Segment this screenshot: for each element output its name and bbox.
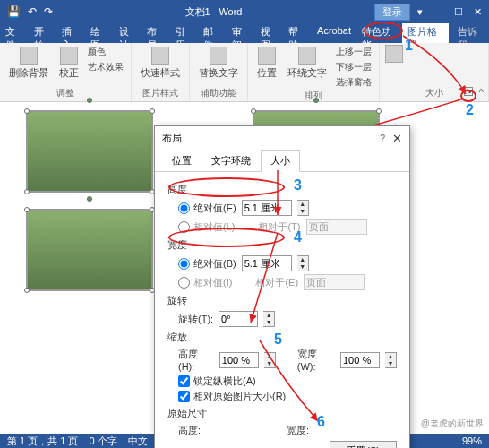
width-absolute-input[interactable] bbox=[242, 255, 292, 271]
height-relative-combo bbox=[306, 219, 367, 235]
width-absolute-radio[interactable]: 绝对值(B) bbox=[178, 257, 236, 271]
corrections-button[interactable]: 校正 bbox=[56, 45, 82, 82]
picture-1[interactable] bbox=[27, 111, 152, 192]
tab-special[interactable]: 特色功能 bbox=[356, 23, 402, 43]
collapse-ribbon-icon[interactable]: ^ bbox=[479, 87, 484, 98]
scale-h-spinner[interactable]: ▲▼ bbox=[264, 352, 276, 368]
rotate-input[interactable] bbox=[219, 311, 258, 327]
dialog-tab-position[interactable]: 位置 bbox=[162, 150, 202, 172]
relative-original-checkbox[interactable]: 相对原始图片大小(R) bbox=[167, 390, 397, 403]
position-button[interactable]: 位置 bbox=[253, 45, 280, 90]
document-title: 文档1 - Word bbox=[53, 5, 374, 19]
height-spinner[interactable]: ▲▼ bbox=[297, 200, 309, 216]
crop-button[interactable] bbox=[385, 45, 403, 63]
orig-height-label: 高度: bbox=[178, 424, 201, 437]
tab-review[interactable]: 审阅 bbox=[227, 23, 255, 43]
scale-height-label: 高度(H): bbox=[178, 348, 214, 372]
color-button[interactable]: 颜色 bbox=[86, 45, 125, 59]
height-relative-radio[interactable]: 相对值(L) bbox=[178, 220, 235, 234]
reset-button[interactable]: 重置(S) bbox=[330, 441, 397, 448]
tab-help[interactable]: 帮助 bbox=[283, 23, 312, 43]
width-relative-radio[interactable]: 相对值(I) bbox=[178, 276, 232, 289]
language-status[interactable]: 中文 bbox=[128, 435, 148, 448]
tab-home[interactable]: 开始 bbox=[29, 23, 57, 43]
scale-height-input[interactable] bbox=[219, 352, 259, 368]
save-icon[interactable]: 💾 bbox=[7, 5, 21, 18]
close-icon[interactable]: ✕ bbox=[474, 6, 482, 18]
remove-background-button[interactable]: 删除背景 bbox=[5, 45, 52, 82]
original-size-label: 原始尺寸 bbox=[167, 407, 397, 420]
lock-aspect-checkbox[interactable]: 锁定纵横比(A) bbox=[167, 375, 397, 388]
zoom-level[interactable]: 99% bbox=[462, 435, 482, 446]
tab-mailings[interactable]: 邮件 bbox=[198, 23, 227, 43]
tab-layout[interactable]: 布局 bbox=[142, 23, 170, 43]
size-dialog-launcher[interactable]: ↘ bbox=[464, 87, 473, 96]
ribbon: 删除背景 校正 颜色 艺术效果 调整 快速样式 图片样式 替换文字 辅助功能 位… bbox=[0, 43, 489, 102]
tab-design[interactable]: 设计 bbox=[114, 23, 142, 43]
undo-icon[interactable]: ↶ bbox=[28, 5, 37, 18]
height-section-label: 高度 bbox=[167, 183, 397, 196]
selection-pane-button[interactable]: 选择窗格 bbox=[334, 75, 373, 90]
scale-width-input[interactable] bbox=[340, 352, 380, 368]
group-accessibility-label: 辅助功能 bbox=[195, 87, 242, 99]
artistic-effects-button[interactable]: 艺术效果 bbox=[86, 60, 125, 74]
rotate-spinner[interactable]: ▲▼ bbox=[263, 311, 275, 327]
dialog-tab-wrap[interactable]: 文字环绕 bbox=[202, 150, 261, 172]
orig-width-label: 宽度: bbox=[287, 424, 309, 437]
tab-draw[interactable]: 绘图 bbox=[85, 23, 114, 43]
picture-3[interactable] bbox=[27, 210, 152, 290]
width-spinner[interactable]: ▲▼ bbox=[297, 255, 309, 271]
alt-text-button[interactable]: 替换文字 bbox=[195, 45, 242, 82]
scale-w-spinner[interactable]: ▲▼ bbox=[385, 352, 397, 368]
scale-section-label: 缩放 bbox=[167, 331, 397, 344]
word-count[interactable]: 0 个字 bbox=[89, 435, 116, 448]
tab-view[interactable]: 视图 bbox=[255, 23, 284, 43]
dialog-tab-size[interactable]: 大小 bbox=[261, 150, 300, 172]
bring-forward-button[interactable]: 上移一层 bbox=[334, 45, 373, 59]
tab-acrobat[interactable]: Acrobat bbox=[312, 23, 356, 43]
height-absolute-input[interactable] bbox=[242, 200, 292, 216]
tell-me[interactable]: 告诉我 bbox=[452, 23, 489, 43]
tab-picture-format[interactable]: 图片格式 bbox=[402, 23, 448, 43]
page-count[interactable]: 第 1 页，共 1 页 bbox=[7, 435, 78, 448]
minimize-icon[interactable]: — bbox=[433, 6, 443, 18]
send-backward-button[interactable]: 下移一层 bbox=[334, 60, 373, 74]
group-picstyle-label: 图片样式 bbox=[137, 87, 184, 99]
dialog-help-icon[interactable]: ? bbox=[380, 133, 385, 143]
tab-references[interactable]: 引用 bbox=[170, 23, 199, 43]
redo-icon[interactable]: ↷ bbox=[44, 5, 53, 18]
tab-insert[interactable]: 插入 bbox=[56, 23, 85, 43]
width-relative-combo bbox=[304, 274, 365, 290]
maximize-icon[interactable]: ☐ bbox=[454, 6, 463, 18]
height-relative-to-label: 相对于(T) bbox=[258, 220, 300, 234]
width-relative-to-label: 相对于(E) bbox=[255, 276, 298, 289]
quick-styles-button[interactable]: 快速样式 bbox=[137, 45, 184, 82]
watermark: @老虎的新世界 bbox=[421, 418, 484, 430]
wrap-text-button[interactable]: 环绕文字 bbox=[284, 45, 330, 90]
group-adjust-label: 调整 bbox=[5, 87, 125, 99]
scale-width-label: 宽度(W): bbox=[297, 348, 335, 372]
rotate-section-label: 旋转 bbox=[167, 294, 397, 307]
dialog-title: 布局 bbox=[162, 132, 380, 145]
tab-file[interactable]: 文件 bbox=[0, 23, 29, 43]
ribbon-options-icon[interactable]: ▾ bbox=[417, 6, 423, 18]
layout-dialog: 布局 ? ✕ 位置 文字环绕 大小 高度 绝对值(E) ▲▼ 相对值(L) 相对… bbox=[154, 125, 410, 448]
dialog-close-icon[interactable]: ✕ bbox=[392, 132, 402, 145]
width-section-label: 宽度 bbox=[167, 238, 397, 252]
rotate-field-label: 旋转(T): bbox=[178, 313, 213, 326]
height-absolute-radio[interactable]: 绝对值(E) bbox=[178, 202, 236, 215]
login-badge[interactable]: 登录 bbox=[374, 4, 410, 21]
ribbon-tabs: 文件 开始 插入 绘图 设计 布局 引用 邮件 审阅 视图 帮助 Acrobat… bbox=[0, 23, 489, 43]
